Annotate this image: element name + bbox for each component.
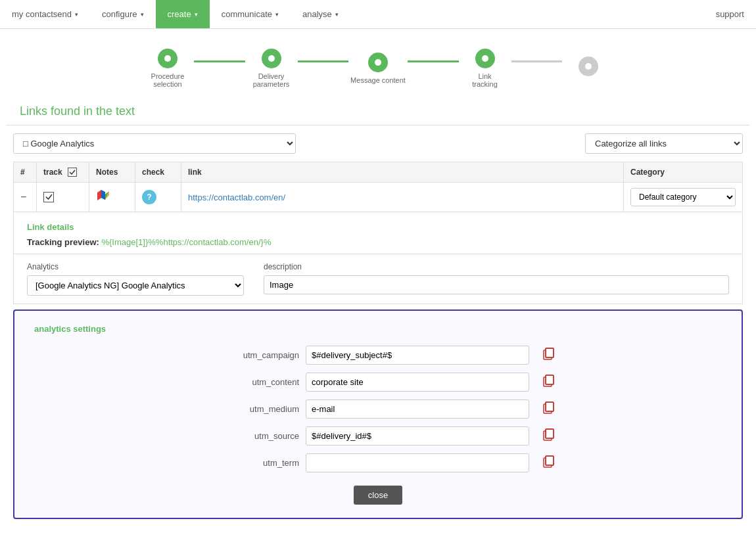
- nav-item-configure[interactable]: configure ▾: [90, 0, 155, 28]
- utm-source-label: utm_source: [194, 431, 299, 441]
- nav-item-my-contactsend[interactable]: my contactsend ▾: [0, 0, 90, 28]
- svg-rect-19: [546, 429, 554, 438]
- row-check-cell: ?: [135, 183, 181, 212]
- table-row: − ?: [14, 183, 743, 212]
- chevron-down-icon: ▾: [335, 11, 339, 18]
- chevron-down-icon: ▾: [141, 11, 144, 18]
- utm-content-label: utm_content: [194, 377, 299, 387]
- track-checkbox[interactable]: [68, 168, 77, 177]
- col-link: link: [181, 162, 624, 183]
- nav-item-communicate[interactable]: communicate ▾: [210, 0, 291, 28]
- step-1-label: Procedure selection: [141, 72, 194, 88]
- stepper: Procedure selection Delivery parameters …: [0, 29, 756, 98]
- svg-marker-7: [101, 190, 105, 200]
- link-url[interactable]: https://contactlab.com/en/: [188, 193, 285, 202]
- col-check: check: [135, 162, 181, 183]
- row-track-cell: [37, 183, 89, 212]
- toolbar-row: □ Google Analytics Categorize all links: [0, 126, 756, 162]
- utm-campaign-copy-button[interactable]: [536, 347, 562, 363]
- section-title: Links found in the text: [7, 98, 749, 126]
- col-category: Category: [624, 162, 743, 183]
- utm-medium-input[interactable]: [306, 400, 529, 419]
- utm-term-input[interactable]: [306, 453, 529, 472]
- svg-point-1: [268, 55, 275, 62]
- utm-content-input[interactable]: [306, 373, 529, 392]
- analytics-row: Analytics [Google Analytics NG] Google A…: [13, 254, 743, 304]
- svg-marker-6: [97, 190, 101, 200]
- svg-rect-13: [546, 375, 554, 384]
- chevron-down-icon: ▾: [75, 11, 78, 18]
- utm-campaign-label: utm_campaign: [194, 350, 299, 360]
- row-category-cell: Default category: [624, 183, 743, 212]
- svg-point-3: [482, 55, 488, 62]
- analytics-settings-title: analytics settings: [34, 324, 722, 334]
- utm-source-copy-button[interactable]: [536, 428, 562, 444]
- main-nav: my contactsend ▾ configure ▾ create ▾ co…: [0, 0, 756, 29]
- svg-rect-16: [546, 402, 554, 411]
- svg-point-0: [164, 55, 171, 62]
- step-2[interactable]: Delivery parameters: [245, 49, 298, 88]
- info-icon[interactable]: ?: [142, 190, 156, 204]
- chevron-down-icon: ▾: [275, 11, 279, 18]
- map-icon[interactable]: [96, 191, 110, 206]
- svg-point-4: [585, 63, 592, 70]
- close-button[interactable]: close: [354, 486, 402, 505]
- nav-item-analyse[interactable]: analyse ▾: [291, 0, 350, 28]
- step-3-label: Message content: [348, 76, 408, 84]
- step-2-label: Delivery parameters: [245, 72, 298, 88]
- expand-cell: −: [14, 183, 37, 212]
- svg-rect-10: [546, 348, 554, 357]
- category-dropdown[interactable]: Default category: [630, 188, 736, 206]
- step-1[interactable]: Procedure selection: [141, 49, 194, 88]
- col-hash: #: [14, 162, 37, 183]
- tracking-preview-row: Tracking preview: %{Image[1]}%%https://c…: [27, 237, 729, 247]
- analytics-dropdown[interactable]: [Google Analytics NG] Google Analytics: [27, 275, 244, 296]
- step-3[interactable]: Message content: [348, 53, 408, 84]
- step-4[interactable]: Link tracking: [459, 49, 511, 88]
- utm-medium-copy-button[interactable]: [536, 401, 562, 417]
- utm-term-label: utm_term: [194, 458, 299, 468]
- links-table: # track Notes check link Category −: [13, 162, 743, 212]
- nav-item-create[interactable]: create ▾: [156, 0, 210, 28]
- tracking-value: %{Image[1]}%%https://contactlab.com/en/}…: [101, 237, 271, 247]
- utm-source-input[interactable]: [306, 426, 529, 445]
- tracking-label: Tracking preview:: [27, 237, 99, 247]
- utm-medium-label: utm_medium: [194, 404, 299, 414]
- description-input[interactable]: [264, 275, 729, 294]
- description-label: description: [264, 262, 729, 271]
- svg-rect-22: [546, 456, 554, 465]
- expand-button[interactable]: −: [20, 191, 26, 203]
- row-link-cell: https://contactlab.com/en/: [181, 183, 624, 212]
- analytics-label: Analytics: [27, 262, 244, 271]
- utm-term-copy-button[interactable]: [536, 455, 562, 471]
- close-btn-row: close: [34, 486, 722, 505]
- svg-point-2: [375, 59, 381, 66]
- utm-content-copy-button[interactable]: [536, 374, 562, 390]
- categorize-all-links-dropdown[interactable]: Categorize all links: [585, 133, 743, 154]
- link-details-title: Link details: [27, 222, 729, 232]
- row-notes-cell: [89, 183, 135, 212]
- utm-campaign-input[interactable]: [306, 346, 529, 365]
- chevron-down-icon: ▾: [195, 11, 198, 18]
- description-col: description: [264, 262, 729, 294]
- google-analytics-dropdown[interactable]: □ Google Analytics: [13, 133, 296, 154]
- col-track: track: [37, 162, 89, 183]
- step-4-label: Link tracking: [459, 72, 511, 88]
- row-checkbox[interactable]: [43, 192, 54, 202]
- nav-support[interactable]: support: [704, 0, 756, 28]
- step-5[interactable]: [562, 57, 615, 80]
- col-notes: Notes: [89, 162, 135, 183]
- analytics-settings-box: analytics settings utm_campaign utm_cont…: [13, 309, 743, 519]
- link-details-panel: Link details Tracking preview: %{Image[1…: [13, 212, 743, 254]
- analytics-col: Analytics [Google Analytics NG] Google A…: [27, 262, 244, 296]
